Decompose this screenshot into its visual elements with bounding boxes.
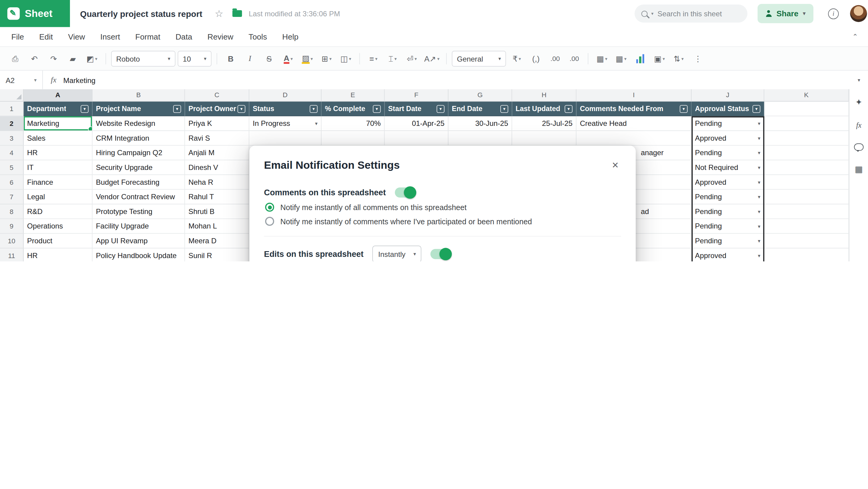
cell-C8[interactable]: Shruti B [185, 204, 249, 219]
zia-assistant-icon[interactable]: ✦ [855, 97, 863, 108]
column-header-F[interactable]: F [385, 89, 448, 102]
cell-G2[interactable]: 30-Jun-25 [448, 116, 512, 131]
merge-cells-button[interactable]: ◫▾ [337, 51, 354, 66]
cell-F2[interactable]: 01-Apr-25 [385, 116, 448, 131]
conditional-format-button[interactable]: ▦▾ [593, 51, 611, 66]
favorite-star-icon[interactable]: ☆ [215, 7, 223, 19]
folder-icon[interactable] [232, 10, 242, 17]
cell-K2[interactable] [764, 116, 849, 131]
cell-G3[interactable] [448, 131, 512, 146]
text-color-button[interactable]: A▾ [280, 51, 297, 66]
menu-edit[interactable]: Edit [39, 32, 53, 41]
cell-I2[interactable]: Creative Head [576, 116, 691, 131]
cell-K1[interactable] [764, 102, 849, 116]
comments-notify-radio-option[interactable]: Notify me instantly of comments where I'… [265, 217, 621, 226]
currency-format-button[interactable]: ₹▾ [508, 51, 525, 66]
comments-toggle[interactable] [395, 188, 415, 198]
document-title[interactable]: Quarterly project status report [80, 9, 203, 19]
info-icon[interactable]: i [828, 8, 839, 19]
vertical-align-button[interactable]: ⌶▾ [384, 51, 401, 66]
column-header-A[interactable]: A [24, 89, 93, 102]
cell-B7[interactable]: Vendor Contract Review [93, 190, 185, 204]
dropdown-caret-icon[interactable]: ▾ [755, 253, 760, 258]
print-button[interactable]: ⎙ [7, 51, 24, 66]
header-cell-end-date[interactable]: End Date▾ [448, 102, 512, 116]
dropdown-caret-icon[interactable]: ▾ [755, 120, 760, 126]
dropdown-caret-icon[interactable]: ▾ [755, 194, 760, 200]
row-header-4[interactable]: 4 [0, 146, 24, 161]
search-input[interactable]: ▾ Search in this sheet [634, 4, 747, 23]
cell-B3[interactable]: CRM Integration [93, 131, 185, 146]
filter-icon[interactable]: ▾ [752, 105, 760, 113]
comma-style-button[interactable]: (,) [527, 51, 545, 66]
share-button[interactable]: Share ▾ [757, 4, 813, 23]
cell-J2[interactable]: Pending▾ [691, 116, 764, 131]
cell-J8[interactable]: Pending▾ [691, 204, 764, 219]
column-header-J[interactable]: J [691, 89, 764, 102]
comments-panel-icon[interactable] [854, 143, 864, 151]
dropdown-caret-icon[interactable]: ▾ [755, 238, 760, 243]
dropdown-caret-icon[interactable]: ▾ [755, 165, 760, 170]
filter-icon[interactable]: ▾ [565, 105, 572, 113]
cell-K8[interactable] [764, 204, 849, 219]
header-cell-status[interactable]: Status▾ [249, 102, 321, 116]
undo-button[interactable]: ↶ [26, 51, 43, 66]
font-size-select[interactable]: 10 ▾ [178, 51, 211, 66]
edit-frequency-select[interactable]: Instantly ▾ [372, 246, 422, 261]
close-icon[interactable]: ✕ [610, 159, 621, 171]
dropdown-caret-icon[interactable]: ▾ [755, 150, 760, 156]
search-caret-icon[interactable]: ▾ [651, 11, 654, 16]
filter-icon[interactable]: ▾ [310, 105, 318, 113]
menu-tools[interactable]: Tools [249, 32, 267, 41]
menu-help[interactable]: Help [282, 32, 299, 41]
cell-I3[interactable] [576, 131, 691, 146]
comments-notify-radio-option[interactable]: Notify me instantly of all comments on t… [265, 203, 621, 211]
menu-review[interactable]: Review [208, 32, 234, 41]
cell-A6[interactable]: Finance [24, 175, 93, 190]
cell-B10[interactable]: App UI Revamp [93, 234, 185, 249]
header-cell-department[interactable]: Department▾ [24, 102, 93, 116]
cell-B11[interactable]: Policy Handbook Update [93, 249, 185, 261]
cell-B5[interactable]: Security Upgrade [93, 160, 185, 175]
functions-panel-icon[interactable]: fx [856, 121, 862, 130]
dropdown-caret-icon[interactable]: ▾ [755, 179, 760, 185]
row-header-1[interactable]: 1 [0, 102, 24, 116]
cell-K5[interactable] [764, 160, 849, 175]
dropdown-caret-icon[interactable]: ▾ [755, 135, 760, 141]
insert-image-button[interactable]: ▣▾ [651, 51, 668, 66]
cell-H3[interactable] [512, 131, 576, 146]
cell-C10[interactable]: Meera D [185, 234, 249, 249]
cell-J10[interactable]: Pending▾ [691, 234, 764, 249]
cell-A8[interactable]: R&D [24, 204, 93, 219]
column-header-H[interactable]: H [512, 89, 576, 102]
filter-icon[interactable]: ▾ [373, 105, 381, 113]
filter-icon[interactable]: ▾ [680, 105, 688, 113]
column-header-I[interactable]: I [576, 89, 691, 102]
cell-C6[interactable]: Neha R [185, 175, 249, 190]
filter-icon[interactable]: ▾ [81, 105, 88, 113]
row-header-10[interactable]: 10 [0, 234, 24, 249]
cell-C9[interactable]: Mohan L [185, 219, 249, 234]
decrease-decimal-button[interactable]: .00 [547, 51, 563, 66]
cell-J5[interactable]: Not Required▾ [691, 160, 764, 175]
cell-B2[interactable]: Website Redesign [93, 116, 185, 131]
cell-K9[interactable] [764, 219, 849, 234]
column-header-K[interactable]: K [764, 89, 849, 102]
cell-C11[interactable]: Sunil R [185, 249, 249, 261]
increase-decimal-button[interactable]: .00 [566, 51, 583, 66]
cell-reference-box[interactable]: A2 ▾ [0, 70, 43, 90]
row-header-5[interactable]: 5 [0, 160, 24, 175]
row-header-2[interactable]: 2 [0, 116, 24, 131]
cell-A5[interactable]: IT [24, 160, 93, 175]
cell-K10[interactable] [764, 234, 849, 249]
menu-view[interactable]: View [68, 32, 85, 41]
bold-button[interactable]: B [222, 51, 239, 66]
filter-icon[interactable]: ▾ [173, 105, 181, 113]
menu-insert[interactable]: Insert [100, 32, 120, 41]
cell-E3[interactable] [321, 131, 384, 146]
cell-J3[interactable]: Approved▾ [691, 131, 764, 146]
menu-data[interactable]: Data [176, 32, 192, 41]
cell-B6[interactable]: Budget Forecasting [93, 175, 185, 190]
header-cell-last-updated[interactable]: Last Updated▾ [512, 102, 576, 116]
strikethrough-button[interactable]: S [260, 51, 277, 66]
